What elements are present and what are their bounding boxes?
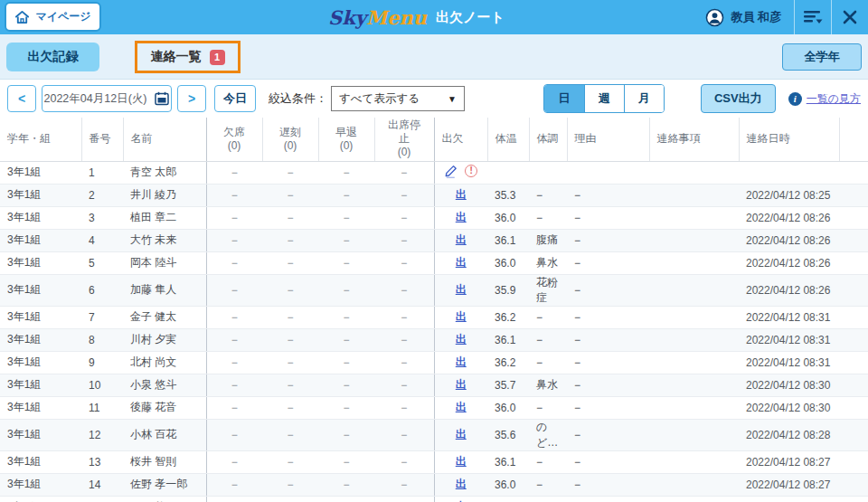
cell-cond: − bbox=[529, 306, 567, 328]
cell-filler bbox=[839, 184, 868, 206]
cell-grade: 3年1組 bbox=[0, 473, 81, 496]
col-datetime: 連絡日時 bbox=[739, 118, 839, 161]
attendance-status-link[interactable]: 出 bbox=[456, 478, 467, 490]
cell-temp: 35.7 bbox=[487, 374, 529, 396]
cell-note bbox=[649, 396, 739, 419]
table-row: 3年1組2井川 綾乃−−−−出35.3−−2022/04/12 08:25 bbox=[0, 184, 868, 206]
cell-filler bbox=[839, 206, 868, 229]
legend-link[interactable]: 一覧の見方 bbox=[807, 91, 861, 107]
cell-no: 12 bbox=[81, 419, 123, 450]
attendance-status-link[interactable]: 出 bbox=[456, 333, 467, 346]
menu-button[interactable] bbox=[795, 0, 831, 34]
cell-grade: 3年1組 bbox=[0, 374, 81, 396]
cell-suspend: − bbox=[374, 473, 434, 496]
cell-early: − bbox=[318, 450, 374, 473]
cell-absent: − bbox=[206, 161, 262, 184]
tab-attendance-record[interactable]: 出欠記録 bbox=[6, 43, 99, 71]
attendance-status-link[interactable]: 出 bbox=[456, 378, 467, 391]
cell-absent: − bbox=[206, 374, 262, 396]
cell-early: − bbox=[318, 206, 374, 229]
cell-no: 8 bbox=[81, 328, 123, 351]
cell-late: − bbox=[262, 274, 318, 306]
attendance-status-link[interactable]: 出 bbox=[456, 455, 467, 468]
col-grade: 学年・組 bbox=[0, 118, 81, 161]
cell-filler bbox=[839, 419, 868, 450]
filter-label: 絞込条件： bbox=[269, 90, 327, 107]
cell-datetime: 2022/04/12 08:30 bbox=[739, 396, 839, 419]
view-day-button[interactable]: 日 bbox=[544, 85, 584, 112]
close-button[interactable] bbox=[832, 0, 868, 34]
my-page-button[interactable]: マイページ bbox=[5, 2, 101, 32]
cell-filler bbox=[839, 450, 868, 473]
all-grades-button[interactable]: 全学年 bbox=[782, 43, 862, 71]
attendance-status-link[interactable]: 出 bbox=[456, 355, 467, 368]
cell-suspend: − bbox=[374, 450, 434, 473]
cell-datetime: 2022/04/12 08:31 bbox=[739, 306, 839, 328]
calendar-icon bbox=[155, 91, 169, 106]
cell-datetime: 2022/04/12 08:28 bbox=[739, 419, 839, 450]
table-header: 学年・組 番号 名前 欠席(0) 遅刻(0) 早退(0) 出席停止(0) 出欠 … bbox=[0, 118, 868, 161]
cell-absent: − bbox=[206, 274, 262, 306]
cell-name: 井川 綾乃 bbox=[123, 184, 206, 206]
cell-status: 出 bbox=[434, 419, 487, 450]
cell-filler bbox=[839, 328, 868, 351]
legend-help: i 一覧の見方 bbox=[788, 91, 861, 107]
attendance-status-link[interactable]: 出 bbox=[456, 188, 467, 201]
cell-note bbox=[649, 473, 739, 496]
cell-status: 出 bbox=[434, 274, 487, 306]
cell-status: 出 bbox=[434, 184, 487, 206]
view-month-button[interactable]: 月 bbox=[624, 85, 664, 112]
cell-early: − bbox=[318, 351, 374, 374]
toolbar: < 2022年04月12日(火) > 今日 絞込条件： すべて表示する ▼ 日 … bbox=[0, 80, 868, 118]
attendance-status-link[interactable]: 出 bbox=[456, 310, 467, 323]
attendance-status-link[interactable]: 出 bbox=[456, 233, 467, 246]
csv-export-button[interactable]: CSV出力 bbox=[701, 84, 776, 113]
cell-early: − bbox=[318, 274, 374, 306]
attendance-status-link[interactable]: 出 bbox=[456, 256, 467, 269]
cell-name: 佐野 孝一郎 bbox=[123, 473, 206, 496]
attendance-status-link[interactable]: 出 bbox=[456, 211, 467, 223]
cell-late: − bbox=[262, 419, 318, 450]
cell-absent: − bbox=[206, 306, 262, 328]
cell-grade: 3年1組 bbox=[0, 450, 81, 473]
table-body: 3年1組1青空 太郎−−−−!3年1組2井川 綾乃−−−−出35.3−−2022… bbox=[0, 161, 868, 502]
cell-suspend: − bbox=[374, 184, 434, 206]
col-status: 出欠 bbox=[434, 118, 487, 161]
cell-absent: − bbox=[206, 473, 262, 496]
cell-name: 小林 百花 bbox=[123, 419, 206, 450]
attendance-status-link[interactable]: 出 bbox=[456, 401, 467, 413]
table-row: 3年1組10小泉 悠斗−−−−出35.7鼻水−2022/04/12 08:30 bbox=[0, 374, 868, 396]
cell-early: − bbox=[318, 374, 374, 396]
attendance-status-link[interactable]: 出 bbox=[456, 428, 467, 440]
tab-contact-list[interactable]: 連絡一覧 1 bbox=[151, 49, 225, 65]
cell-cond: − bbox=[529, 206, 567, 229]
cell-name: 川村 夕実 bbox=[123, 328, 206, 351]
cell-late: − bbox=[262, 229, 318, 251]
cell-late: − bbox=[262, 473, 318, 496]
today-button[interactable]: 今日 bbox=[214, 85, 256, 112]
filter-select[interactable]: すべて表示する ▼ bbox=[331, 86, 465, 111]
header-right: 教員 和彦 bbox=[693, 0, 868, 34]
brand: SkyMenu 出欠ノート bbox=[328, 0, 505, 34]
cell-late: − bbox=[262, 306, 318, 328]
cell-temp: 35.3 bbox=[487, 184, 529, 206]
date-picker[interactable]: 2022年04月12日(火) bbox=[42, 85, 172, 112]
cell-reason: − bbox=[567, 351, 649, 374]
user-chip[interactable]: 教員 和彦 bbox=[693, 0, 794, 34]
edit-pencil-icon[interactable] bbox=[444, 164, 458, 178]
cell-grade: 3年1組 bbox=[0, 419, 81, 450]
cell-grade: 3年1組 bbox=[0, 161, 81, 184]
view-week-button[interactable]: 週 bbox=[584, 85, 624, 112]
my-page-label: マイページ bbox=[35, 9, 90, 24]
cell-filler bbox=[839, 396, 868, 419]
cell-grade: 3年1組 bbox=[0, 496, 81, 502]
cell-reason: − bbox=[567, 306, 649, 328]
attendance-status-link[interactable]: 出 bbox=[456, 283, 467, 296]
prev-day-button[interactable]: < bbox=[7, 85, 36, 112]
cell-no: 9 bbox=[81, 351, 123, 374]
home-icon bbox=[14, 10, 30, 24]
cell-absent: − bbox=[206, 206, 262, 229]
next-day-button[interactable]: > bbox=[177, 85, 206, 112]
cell-status: 出 bbox=[434, 229, 487, 251]
dropdown-caret-icon: ▼ bbox=[448, 94, 457, 104]
